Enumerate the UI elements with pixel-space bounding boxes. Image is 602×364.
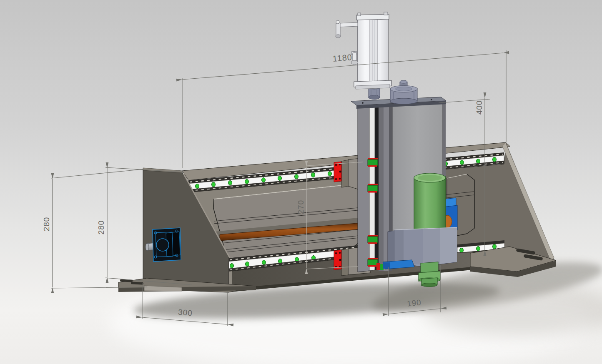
- cap-nub: [384, 12, 388, 15]
- dimension-text: 190: [406, 298, 422, 308]
- mount-facet: [404, 229, 423, 265]
- dimension-text: 280: [97, 220, 105, 235]
- plate-screw: [431, 99, 432, 100]
- mount-facet: [394, 229, 404, 263]
- cap-nub: [358, 13, 361, 16]
- dimension-text: 1180: [332, 52, 353, 63]
- cad-viewport: 1180 400 280 280 270 3: [0, 0, 602, 364]
- motor-flange-boss: [156, 239, 169, 251]
- spindle-motor[interactable]: [414, 173, 446, 232]
- column-strip: [379, 106, 384, 271]
- plate-screw: [362, 102, 364, 104]
- dimension-text: 400: [475, 100, 484, 115]
- mount-facet: [440, 227, 457, 264]
- dimension-text: 270: [296, 200, 305, 214]
- dimension-text: 300: [178, 308, 193, 318]
- shaft-end: [145, 244, 149, 251]
- dimension-text: 280: [42, 217, 51, 232]
- collet-nose[interactable]: [419, 262, 440, 287]
- motor-top-face: [418, 175, 442, 181]
